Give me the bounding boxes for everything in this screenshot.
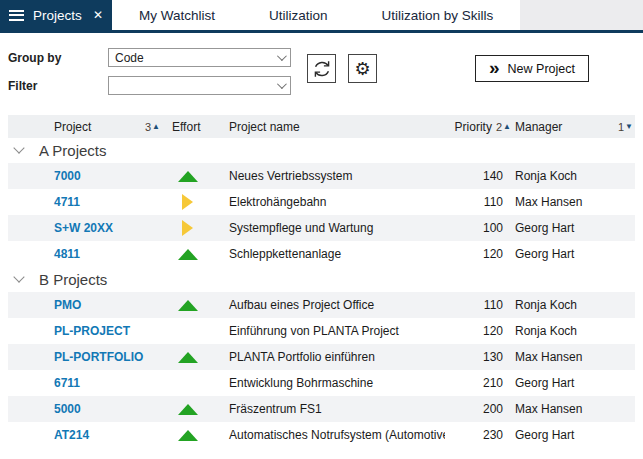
refresh-button[interactable] [307, 54, 336, 83]
tab-utilization-by-skills[interactable]: Utilization by Skills [355, 0, 521, 30]
inactive-tabs: My Watchlist Utilization Utilization by … [112, 0, 520, 30]
tab-utilization[interactable]: Utilization [242, 0, 355, 30]
collapse-chevron-icon[interactable] [13, 271, 24, 282]
manager-cell: Georg Hart [511, 221, 635, 235]
toolbar: Group by Code Filter ⚙ » New Project [0, 33, 643, 115]
column-header-priority[interactable]: Priority 2▲ [445, 120, 511, 134]
sort-arrow-down-icon: ▼ [625, 122, 633, 131]
column-header-manager-label: Manager [515, 120, 562, 134]
project-code-link[interactable]: S+W 20XX [54, 221, 160, 235]
effort-trend-up-green-icon [178, 171, 198, 182]
project-code-link[interactable]: 5000 [54, 402, 160, 416]
effort-trend-up-green-icon [178, 249, 198, 260]
refresh-icon [312, 59, 332, 79]
project-name-cell: Einführung von PLANTA Project [215, 324, 445, 338]
column-header-effort[interactable]: Effort [160, 120, 215, 134]
filter-select[interactable] [108, 76, 291, 95]
effort-cell [160, 249, 215, 260]
column-header-manager[interactable]: Manager 1▼ [511, 120, 635, 134]
priority-cell: 120 [445, 324, 511, 338]
table-body: A Projects 7000 Neues Vertriebssystem 14… [8, 138, 635, 448]
group-by-value: Code [115, 51, 144, 65]
tab-my-watchlist[interactable]: My Watchlist [112, 0, 242, 30]
column-header-priority-label: Priority [455, 120, 492, 134]
group-label: B Projects [39, 271, 107, 288]
effort-cell [160, 352, 215, 363]
table-row[interactable]: 4711 Elektrohängebahn 110 Max Hansen [8, 189, 635, 215]
tab-projects-label: Projects [33, 8, 82, 23]
table-row[interactable]: 6711 Entwicklung Bohrmaschine 210 Georg … [8, 370, 635, 396]
effort-cell [160, 404, 215, 415]
close-icon[interactable]: ✕ [93, 9, 103, 21]
priority-cell: 100 [445, 221, 511, 235]
tab-label: Utilization [269, 8, 328, 23]
project-name-cell: Entwicklung Bohrmaschine [215, 376, 445, 390]
priority-cell: 140 [445, 169, 511, 183]
effort-cell [160, 171, 215, 182]
new-project-button[interactable]: » New Project [475, 55, 589, 82]
effort-cell [160, 430, 215, 441]
group-by-label: Group by [8, 51, 61, 65]
priority-cell: 130 [445, 350, 511, 364]
table-row[interactable]: S+W 20XX Systempflege und Wartung 100 Ge… [8, 215, 635, 241]
project-code-link[interactable]: AT214 [54, 428, 160, 442]
table-row[interactable]: PL-PORTFOLIO PLANTA Portfolio einführen … [8, 344, 635, 370]
group-header-row[interactable]: B Projects [8, 267, 635, 292]
project-code-link[interactable]: 6711 [54, 376, 160, 390]
project-name-cell: PLANTA Portfolio einführen [215, 350, 445, 364]
effort-cell [160, 194, 215, 210]
column-header-project[interactable]: Project 3▲ [54, 120, 160, 134]
sort-indicator-priority[interactable]: 2▲ [496, 121, 511, 133]
column-header-project-name[interactable]: Project name [215, 120, 445, 134]
hamburger-menu-icon[interactable] [9, 10, 24, 21]
project-code-link[interactable]: 4711 [54, 195, 160, 209]
project-code-link[interactable]: PL-PORTFOLIO [54, 350, 160, 364]
manager-cell: Max Hansen [511, 402, 635, 416]
effort-cell [160, 300, 215, 311]
tab-bar: Projects ✕ My Watchlist Utilization Util… [0, 0, 643, 33]
project-code-link[interactable]: PMO [54, 298, 160, 312]
tabbar-filler [520, 0, 643, 30]
priority-cell: 200 [445, 402, 511, 416]
effort-cell [160, 220, 215, 236]
gear-icon: ⚙ [354, 60, 370, 78]
table-row[interactable]: 5000 Fräszentrum FS1 200 Max Hansen [8, 396, 635, 422]
project-code-link[interactable]: 7000 [54, 169, 160, 183]
sort-indicator-manager[interactable]: 1▼ [618, 121, 633, 133]
table-row[interactable]: PMO Aufbau eines Project Office 110 Ronj… [8, 292, 635, 318]
effort-trend-up-green-icon [178, 300, 198, 311]
manager-cell: Max Hansen [511, 350, 635, 364]
manager-cell: Ronja Koch [511, 324, 635, 338]
effort-trend-up-green-icon [178, 404, 198, 415]
project-code-link[interactable]: PL-PROJECT [54, 324, 160, 338]
group-header-row[interactable]: A Projects [8, 138, 635, 163]
table-row[interactable]: 7000 Neues Vertriebssystem 140 Ronja Koc… [8, 163, 635, 189]
table-header-row: Project 3▲ Effort Project name Priority … [8, 115, 635, 138]
manager-cell: Ronja Koch [511, 298, 635, 312]
effort-trend-up-green-icon [178, 430, 198, 441]
sort-arrow-up-icon: ▲ [503, 122, 511, 131]
settings-button[interactable]: ⚙ [348, 54, 377, 83]
project-code-link[interactable]: 4811 [54, 247, 160, 261]
chevron-down-icon [277, 51, 287, 61]
priority-cell: 210 [445, 376, 511, 390]
manager-cell: Ronja Koch [511, 169, 635, 183]
collapse-chevron-icon[interactable] [13, 142, 24, 153]
project-name-cell: Schleppkettenanlage [215, 247, 445, 261]
sort-arrow-up-icon: ▲ [152, 122, 160, 131]
project-name-cell: Fräszentrum FS1 [215, 402, 445, 416]
project-name-cell: Elektrohängebahn [215, 195, 445, 209]
group-label: A Projects [39, 142, 107, 159]
priority-cell: 110 [445, 195, 511, 209]
filter-label: Filter [8, 79, 37, 93]
table-row[interactable]: AT214 Automatisches Notrufsystem (Automo… [8, 422, 635, 448]
manager-cell: Georg Hart [511, 376, 635, 390]
table-row[interactable]: PL-PROJECT Einführung von PLANTA Project… [8, 318, 635, 344]
manager-cell: Georg Hart [511, 247, 635, 261]
tab-label: My Watchlist [139, 8, 215, 23]
sort-indicator-project[interactable]: 3▲ [145, 121, 160, 133]
priority-cell: 230 [445, 428, 511, 442]
table-row[interactable]: 4811 Schleppkettenanlage 120 Georg Hart [8, 241, 635, 267]
group-by-select[interactable]: Code [108, 48, 291, 67]
tab-projects[interactable]: Projects ✕ [0, 0, 112, 30]
